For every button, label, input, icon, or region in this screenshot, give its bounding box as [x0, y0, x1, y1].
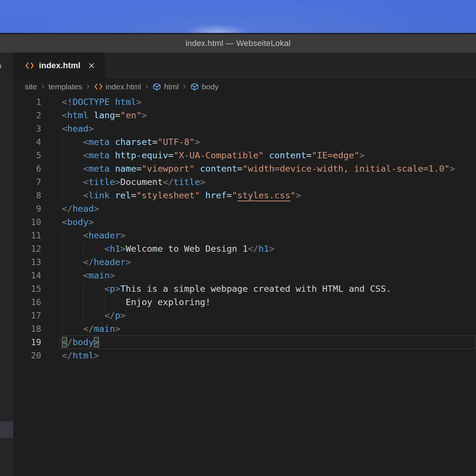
symbol-cube-icon	[152, 83, 161, 91]
line-number[interactable]: 8	[14, 189, 41, 202]
line-number[interactable]: 11	[14, 229, 41, 242]
line-content: <link rel="stylesheet" href="styles.css"…	[62, 189, 476, 202]
code-token: <	[83, 190, 88, 201]
line-number[interactable]: 15	[14, 282, 41, 295]
line-content: <head>	[62, 122, 476, 135]
code-token: <	[83, 230, 88, 241]
code-line[interactable]: 7 <title>Document</title>	[14, 175, 476, 189]
code-line[interactable]: 6 <meta name="viewport" content="width=d…	[14, 162, 476, 175]
editor-group: index.html sitetemplatesindex.htmlhtmlbo…	[14, 53, 476, 476]
code-token	[62, 163, 83, 174]
indent-guide	[62, 322, 62, 335]
code-token: "width=device-width, initial-scale=1.0"	[242, 163, 450, 174]
code-token: >	[89, 217, 94, 227]
line-number[interactable]: 2	[14, 109, 41, 122]
line-number[interactable]: 5	[14, 149, 41, 162]
line-number[interactable]: 1	[14, 95, 41, 109]
indent-guide	[83, 309, 83, 322]
code-line[interactable]: 4 <meta charset="UTF-8">	[14, 135, 476, 149]
line-number[interactable]: 16	[14, 295, 41, 309]
code-token: "	[232, 190, 237, 201]
code-token: head	[73, 204, 94, 214]
code-token: >	[120, 230, 126, 241]
line-number[interactable]: 14	[14, 269, 41, 282]
tab-index-html[interactable]: index.html	[14, 53, 105, 79]
window-titlebar: index.html — WebseiteLokal	[0, 34, 476, 53]
code-token	[200, 190, 205, 201]
line-number[interactable]: 12	[14, 242, 41, 255]
tab-close-icon[interactable]	[88, 62, 95, 69]
code-line[interactable]: 20</html>	[14, 349, 476, 362]
code-token: meta	[89, 137, 110, 147]
code-token: href	[205, 190, 227, 201]
breadcrumb-item-index-html[interactable]: index.html	[94, 82, 141, 91]
code-line[interactable]: 14 <main>	[14, 269, 476, 282]
code-line[interactable]: 17 </p>	[14, 309, 476, 322]
line-number[interactable]: 18	[14, 322, 41, 335]
code-token: =	[237, 163, 242, 174]
chevron-right-icon	[86, 83, 90, 90]
line-number[interactable]: 10	[14, 215, 41, 229]
breadcrumb-item-templates[interactable]: templates	[49, 82, 82, 91]
indent-guide	[62, 135, 62, 149]
line-number[interactable]: 3	[14, 122, 41, 135]
code-token: >	[115, 284, 120, 294]
line-content: </body>	[62, 335, 476, 349]
symbol-cube-icon	[190, 83, 199, 91]
breadcrumb-item-body[interactable]: body	[190, 82, 219, 91]
code-line[interactable]: 10<body>	[14, 215, 476, 229]
indent-guide	[62, 229, 62, 242]
indent-guide	[62, 175, 62, 189]
code-token: name	[115, 163, 136, 174]
line-content: <title>Document</title>	[62, 175, 476, 189]
sidebar-drag-handle[interactable]	[0, 422, 13, 438]
stylesheet-link[interactable]: styles.css	[237, 190, 290, 201]
breadcrumb-item-html[interactable]: html	[152, 82, 179, 91]
html-code-icon	[25, 62, 34, 69]
line-content: <meta name="viewport" content="width=dev…	[62, 162, 476, 175]
code-line[interactable]: 5 <meta http-equiv="X-UA-Compatible" con…	[14, 149, 476, 162]
code-token: >	[126, 257, 131, 267]
line-number[interactable]: 17	[14, 309, 41, 322]
code-line[interactable]: 2<html lang="en">	[14, 109, 476, 122]
code-token: This is a simple webpage created with HT…	[120, 284, 391, 294]
code-line[interactable]: 13 </header>	[14, 255, 476, 269]
code-token: >	[269, 244, 274, 254]
line-content: </head>	[62, 202, 476, 215]
line-content: </p>	[62, 309, 476, 322]
code-token: >	[450, 163, 455, 174]
code-line[interactable]: 12 <h1>Welcome to Web Design 1</h1>	[14, 242, 476, 255]
code-token	[62, 150, 83, 161]
indent-guide	[83, 242, 83, 255]
line-number[interactable]: 20	[14, 349, 41, 362]
line-number[interactable]: 9	[14, 202, 41, 215]
line-number[interactable]: 7	[14, 175, 41, 189]
code-token: </	[62, 350, 73, 361]
line-number[interactable]: 13	[14, 255, 41, 269]
code-line[interactable]: 16 Enjoy exploring!	[14, 295, 476, 309]
code-token: lang	[94, 110, 115, 120]
breadcrumb-item-site[interactable]: site	[25, 82, 37, 91]
code-token: >	[200, 177, 205, 187]
code-line[interactable]: 18 </main>	[14, 322, 476, 335]
code-line[interactable]: 9</head>	[14, 202, 476, 215]
line-number[interactable]: 6	[14, 162, 41, 175]
code-token: p	[115, 310, 120, 321]
line-content: <!DOCTYPE html>	[62, 95, 476, 109]
breadcrumb-label: templates	[49, 82, 82, 91]
line-number[interactable]: 19	[14, 335, 41, 349]
code-line[interactable]: 19</body>	[14, 335, 476, 349]
code-line[interactable]: 8 <link rel="stylesheet" href="styles.cs…	[14, 189, 476, 202]
tab-label: index.html	[39, 61, 80, 70]
code-token	[110, 137, 115, 147]
desktop-wallpaper	[0, 0, 476, 33]
code-line[interactable]: 15 <p>This is a simple webpage created w…	[14, 282, 476, 295]
code-token: h1	[258, 244, 269, 254]
code-line[interactable]: 3<head>	[14, 122, 476, 135]
code-editor[interactable]: 1<!DOCTYPE html>2<html lang="en">3<head>…	[14, 95, 476, 476]
code-line[interactable]: 1<!DOCTYPE html>	[14, 95, 476, 109]
code-token	[62, 177, 83, 187]
code-line[interactable]: 11 <header>	[14, 229, 476, 242]
line-number[interactable]: 4	[14, 135, 41, 149]
workbench: index.html sitetemplatesindex.htmlhtmlbo…	[0, 53, 476, 476]
